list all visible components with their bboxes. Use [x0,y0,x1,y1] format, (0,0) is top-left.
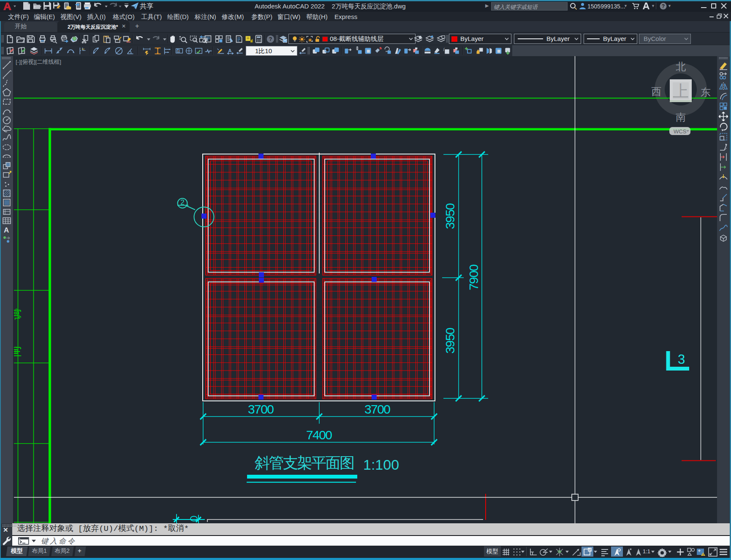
svg-text:3950: 3950 [443,327,457,354]
svg-text:3950: 3950 [443,203,457,229]
svg-text:2: 2 [180,198,184,206]
svg-text:上: 上 [673,82,689,100]
svg-text:7900: 7900 [467,264,481,290]
svg-text:西: 西 [651,86,661,97]
svg-text:东: 东 [701,87,711,98]
svg-text:斜管支架平面图: 斜管支架平面图 [255,454,354,471]
svg-text:3700: 3700 [364,402,391,416]
svg-text:WCS: WCS [674,128,687,135]
svg-text:3: 3 [678,352,685,367]
svg-text:。: 。 [15,303,22,311]
svg-text:7400: 7400 [306,428,332,442]
svg-text:3700: 3700 [248,402,274,416]
svg-text:南: 南 [676,111,686,123]
svg-text:北: 北 [676,61,686,72]
svg-text:?: ? [662,3,665,9]
svg-text:1:100: 1:100 [363,457,399,473]
svg-text:、: 、 [15,341,22,349]
svg-text:A: A [4,226,9,234]
svg-text:[-][俯视][二维线框]: [-][俯视][二维线框] [16,59,61,65]
